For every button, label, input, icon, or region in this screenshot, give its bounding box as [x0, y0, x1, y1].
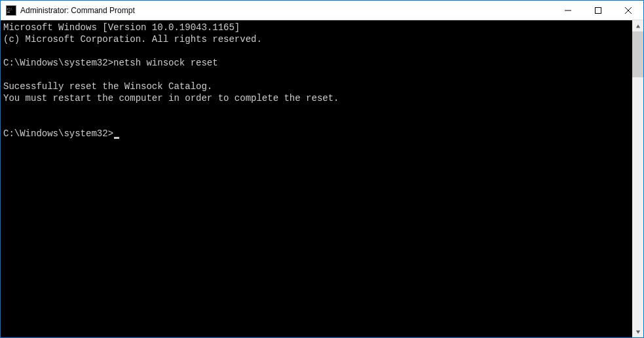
terminal-line [3, 116, 630, 128]
window-title: Administrator: Command Prompt [20, 6, 553, 15]
scroll-track[interactable] [632, 31, 643, 326]
scroll-down-button[interactable] [632, 326, 643, 337]
maximize-button[interactable] [583, 1, 613, 20]
terminal-line: Microsoft Windows [Version 10.0.19043.11… [3, 22, 630, 33]
terminal-line: C:\Windows\system32>netsh winsock reset [3, 57, 630, 69]
terminal-area: Microsoft Windows [Version 10.0.19043.11… [1, 20, 643, 337]
terminal-line [3, 45, 630, 57]
titlebar[interactable]: C:\ Administrator: Command Prompt [1, 1, 643, 20]
terminal-line: Sucessfully reset the Winsock Catalog. [3, 81, 630, 92]
window-controls [553, 1, 643, 20]
terminal-output[interactable]: Microsoft Windows [Version 10.0.19043.11… [1, 20, 632, 337]
close-button[interactable] [613, 1, 643, 20]
cmd-icon: C:\ [6, 5, 16, 16]
svg-text:C:\: C:\ [7, 7, 12, 11]
svg-marker-9 [635, 330, 639, 333]
terminal-prompt: C:\Windows\system32> [3, 128, 113, 139]
vertical-scrollbar[interactable] [632, 20, 643, 337]
terminal-line [3, 104, 630, 116]
terminal-line: You must restart the computer in order t… [3, 92, 630, 104]
svg-rect-3 [7, 12, 10, 12]
terminal-line [3, 69, 630, 81]
svg-rect-5 [596, 7, 601, 13]
scroll-thumb[interactable] [632, 31, 643, 77]
terminal-cursor [114, 137, 119, 139]
command-prompt-window: C:\ Administrator: Command Prompt Micros… [0, 0, 644, 338]
terminal-line: (c) Microsoft Corporation. All rights re… [3, 33, 630, 45]
scroll-up-button[interactable] [632, 20, 643, 31]
terminal-prompt-line[interactable]: C:\Windows\system32> [3, 128, 630, 140]
minimize-button[interactable] [553, 1, 583, 20]
svg-marker-8 [635, 24, 639, 28]
